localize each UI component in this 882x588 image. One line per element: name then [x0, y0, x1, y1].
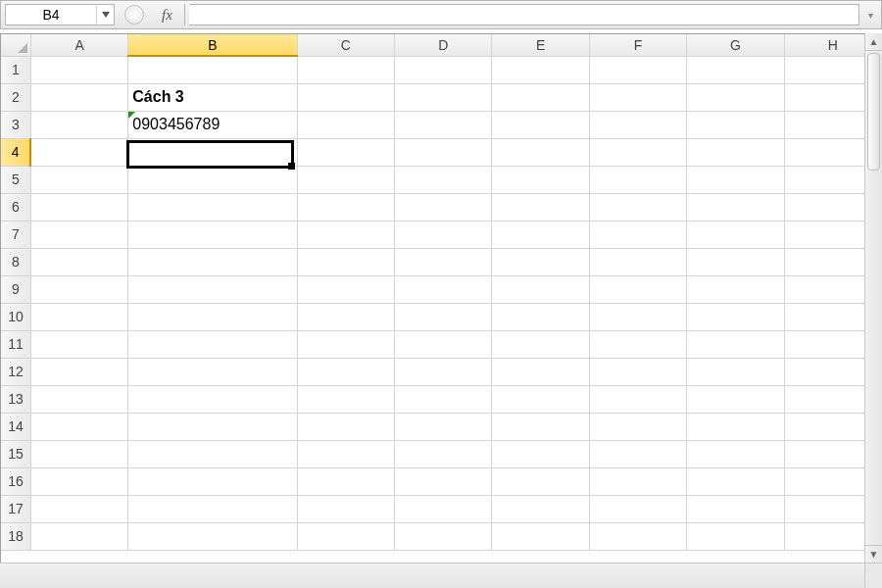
row-header-17[interactable]: 17 — [1, 495, 30, 522]
cell-C12[interactable] — [297, 358, 394, 385]
cell-B13[interactable] — [128, 385, 297, 413]
cell-A4[interactable] — [30, 138, 127, 166]
cell-G15[interactable] — [687, 440, 784, 467]
row-header-6[interactable]: 6 — [1, 193, 30, 220]
cell-F6[interactable] — [589, 193, 686, 220]
row-header-16[interactable]: 16 — [1, 467, 30, 495]
cell-G2[interactable] — [687, 83, 784, 111]
cancel-button[interactable] — [124, 5, 144, 24]
cell-A7[interactable] — [30, 220, 127, 248]
column-header-F[interactable]: F — [589, 34, 686, 56]
row-header-14[interactable]: 14 — [1, 413, 30, 440]
cell-A2[interactable] — [30, 83, 127, 111]
row-header-7[interactable]: 7 — [1, 220, 30, 248]
cell-F4[interactable] — [589, 138, 686, 166]
name-box[interactable]: B4 — [5, 4, 115, 25]
cell-B5[interactable] — [128, 166, 297, 193]
cell-C14[interactable] — [297, 413, 394, 440]
cell-A1[interactable] — [30, 56, 127, 83]
column-header-C[interactable]: C — [297, 34, 394, 56]
row-header-2[interactable]: 2 — [1, 83, 30, 111]
cell-E6[interactable] — [492, 193, 589, 220]
cell-A15[interactable] — [30, 440, 127, 467]
cell-E7[interactable] — [492, 220, 589, 248]
column-header-G[interactable]: G — [687, 34, 784, 56]
cell-G16[interactable] — [687, 467, 784, 495]
row-header-9[interactable]: 9 — [1, 275, 30, 303]
select-all-corner[interactable] — [1, 34, 30, 56]
cell-F10[interactable] — [589, 303, 686, 330]
cell-E18[interactable] — [492, 522, 589, 550]
cell-G9[interactable] — [687, 275, 784, 303]
cell-G8[interactable] — [687, 248, 784, 275]
cell-D18[interactable] — [395, 522, 492, 550]
cell-A6[interactable] — [30, 193, 127, 220]
cell-B10[interactable] — [128, 303, 297, 330]
cell-C3[interactable] — [297, 111, 394, 138]
formula-bar-expand-icon[interactable]: ▾ — [863, 4, 877, 25]
cell-C17[interactable] — [297, 495, 394, 522]
horizontal-scrollbar[interactable] — [0, 563, 864, 588]
cell-D12[interactable] — [395, 358, 492, 385]
row-header-1[interactable]: 1 — [1, 56, 30, 83]
cell-E4[interactable] — [492, 138, 589, 166]
cell-E15[interactable] — [492, 440, 589, 467]
cell-G18[interactable] — [687, 522, 784, 550]
cell-E14[interactable] — [492, 413, 589, 440]
cell-F3[interactable] — [589, 111, 686, 138]
cell-A18[interactable] — [30, 522, 127, 550]
cell-D11[interactable] — [395, 330, 492, 358]
row-header-18[interactable]: 18 — [1, 522, 30, 550]
cell-G5[interactable] — [687, 166, 784, 193]
cell-E12[interactable] — [492, 358, 589, 385]
cell-C4[interactable] — [297, 138, 394, 166]
scroll-track[interactable] — [865, 172, 882, 545]
column-header-E[interactable]: E — [492, 34, 589, 56]
cell-B14[interactable] — [128, 413, 297, 440]
cell-C13[interactable] — [297, 385, 394, 413]
worksheet-grid[interactable]: ABCDEFGH12Cách 3309034567894567891011121… — [0, 33, 882, 563]
cell-F5[interactable] — [589, 166, 686, 193]
cell-A12[interactable] — [30, 358, 127, 385]
cell-D13[interactable] — [395, 385, 492, 413]
cell-F1[interactable] — [589, 56, 686, 83]
cell-C6[interactable] — [297, 193, 394, 220]
cell-F18[interactable] — [589, 522, 686, 550]
cell-C15[interactable] — [297, 440, 394, 467]
cell-B7[interactable] — [128, 220, 297, 248]
cell-D2[interactable] — [395, 83, 492, 111]
cell-A8[interactable] — [30, 248, 127, 275]
cell-B2[interactable]: Cách 3 — [128, 83, 297, 111]
cell-G14[interactable] — [687, 413, 784, 440]
cell-G6[interactable] — [687, 193, 784, 220]
cell-D6[interactable] — [395, 193, 492, 220]
cell-D8[interactable] — [395, 248, 492, 275]
cell-E11[interactable] — [492, 330, 589, 358]
column-header-B[interactable]: B — [128, 34, 297, 56]
row-header-11[interactable]: 11 — [1, 330, 30, 358]
column-header-A[interactable]: A — [30, 34, 127, 56]
cell-B1[interactable] — [128, 56, 297, 83]
cell-C2[interactable] — [297, 83, 394, 111]
cell-E5[interactable] — [492, 166, 589, 193]
cell-F15[interactable] — [589, 440, 686, 467]
cell-B6[interactable] — [128, 193, 297, 220]
cell-G4[interactable] — [687, 138, 784, 166]
cell-G10[interactable] — [687, 303, 784, 330]
cell-E9[interactable] — [492, 275, 589, 303]
cell-F17[interactable] — [589, 495, 686, 522]
row-header-5[interactable]: 5 — [1, 166, 30, 193]
cell-C5[interactable] — [297, 166, 394, 193]
cell-A14[interactable] — [30, 413, 127, 440]
cell-G3[interactable] — [687, 111, 784, 138]
cell-F2[interactable] — [589, 83, 686, 111]
cell-F9[interactable] — [589, 275, 686, 303]
cell-B9[interactable] — [128, 275, 297, 303]
row-header-12[interactable]: 12 — [1, 358, 30, 385]
cell-D14[interactable] — [395, 413, 492, 440]
cell-A13[interactable] — [30, 385, 127, 413]
cell-D7[interactable] — [395, 220, 492, 248]
cell-G7[interactable] — [687, 220, 784, 248]
cell-D5[interactable] — [395, 166, 492, 193]
cell-C7[interactable] — [297, 220, 394, 248]
